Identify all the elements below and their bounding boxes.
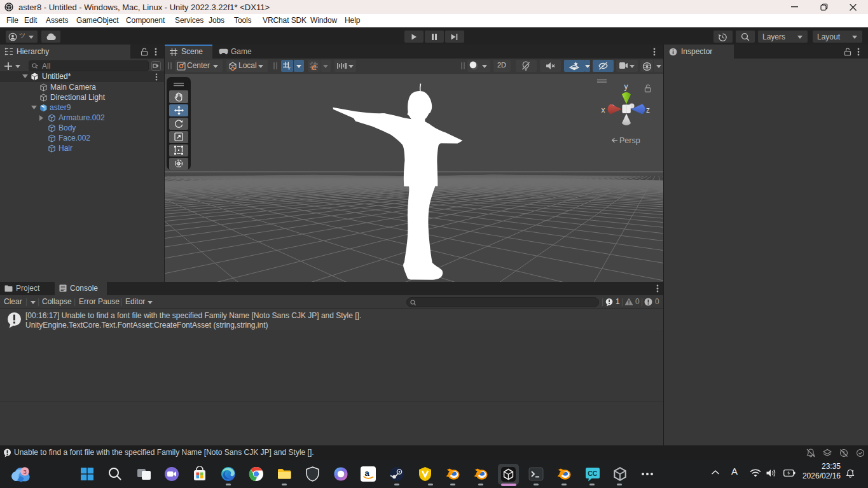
svg-text:Y: Y <box>287 66 291 70</box>
svg-text:3: 3 <box>24 468 27 475</box>
svg-text:a: a <box>365 468 370 478</box>
svg-text:CC: CC <box>588 470 598 477</box>
svg-text:Persp: Persp <box>619 136 640 145</box>
svg-text:z: z <box>646 106 650 115</box>
svg-text:z: z <box>852 469 854 473</box>
svg-text:y: y <box>624 82 628 91</box>
svg-text:x: x <box>602 106 605 115</box>
